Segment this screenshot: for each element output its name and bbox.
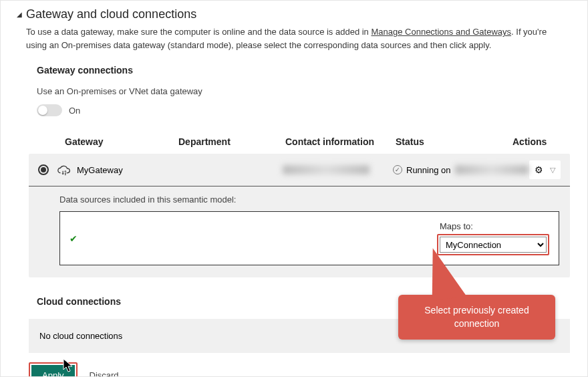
maps-to-label: Maps to: xyxy=(437,221,473,231)
data-source-row: ✔ Maps to: MyConnection xyxy=(59,211,559,265)
gateway-table-header: Gateway Department Contact information S… xyxy=(37,131,569,154)
cloud-sync-icon xyxy=(57,164,71,176)
gateway-name: MyGateway xyxy=(77,165,176,175)
section-description: To use a data gateway, make sure the com… xyxy=(17,25,569,51)
gateway-hint: Use an On-premises or VNet data gateway xyxy=(37,86,569,96)
check-circle-icon: ✔ xyxy=(69,233,78,244)
gateway-connections-heading: Gateway connections xyxy=(37,65,569,76)
annotation-callout: Select previously created connection xyxy=(398,295,555,340)
gateway-actions: ⚙ ▽ xyxy=(529,160,561,179)
discard-button[interactable]: Discard xyxy=(90,370,119,377)
section-header[interactable]: ◢ Gateway and cloud connections xyxy=(17,7,569,21)
manage-connections-link[interactable]: Manage Connections and Gateways xyxy=(371,27,511,37)
chevron-down-icon[interactable]: ▽ xyxy=(550,166,555,174)
collapse-icon: ◢ xyxy=(17,11,22,18)
gateway-status: ✓ Running on xyxy=(393,165,529,175)
check-icon: ✓ xyxy=(393,165,402,174)
apply-highlight: Apply xyxy=(29,362,78,377)
toggle-label: On xyxy=(69,106,80,116)
contact-info-redacted xyxy=(283,165,370,174)
status-host-redacted xyxy=(455,165,529,174)
gateway-radio[interactable] xyxy=(38,164,49,175)
apply-button[interactable]: Apply xyxy=(31,365,75,377)
gateway-toggle[interactable] xyxy=(37,104,62,116)
section-title: Gateway and cloud connections xyxy=(26,7,196,21)
gear-icon[interactable]: ⚙ xyxy=(535,164,543,175)
gateway-row[interactable]: MyGateway ✓ Running on ⚙ ▽ xyxy=(29,154,570,186)
data-sources-label: Data sources included in this semantic m… xyxy=(29,186,570,211)
